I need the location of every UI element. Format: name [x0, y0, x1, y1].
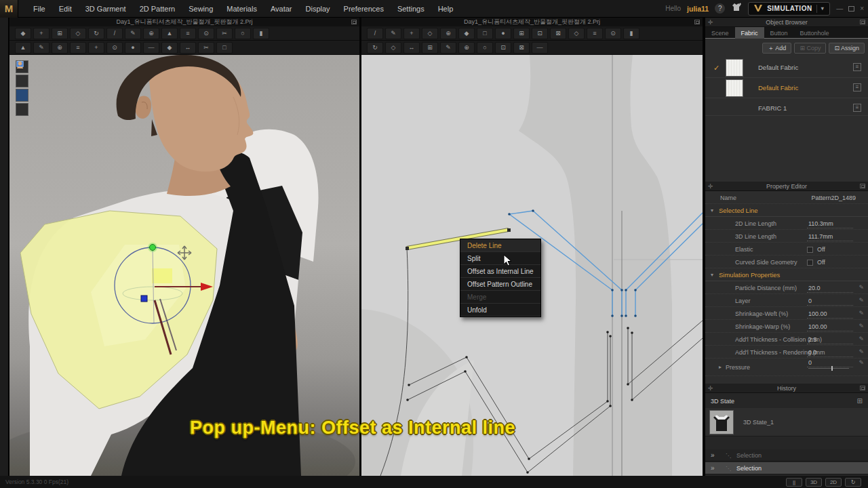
fabric-swatch[interactable] [726, 79, 743, 97]
tab-button[interactable]: Button [764, 27, 794, 39]
maximize-button[interactable] [848, 6, 854, 12]
tool-pleats-icon[interactable]: ↔ [180, 42, 196, 54]
menu-file[interactable]: File [26, 0, 52, 18]
panel-add-icon[interactable]: ✛ [708, 385, 713, 392]
edit-pencil-icon[interactable]: ✎ [859, 348, 864, 355]
menu-preferences[interactable]: Preferences [337, 0, 391, 18]
tool-internal-polygon-icon[interactable]: ⊞ [513, 28, 530, 39]
tool-button-place-icon[interactable]: ● [125, 42, 141, 54]
tool-rectangle-icon[interactable]: □ [477, 28, 493, 39]
menu-avatar[interactable]: Avatar [264, 0, 299, 18]
undock-icon[interactable] [860, 184, 865, 188]
tool-wrinkle-icon[interactable]: □ [216, 42, 233, 54]
menu-item-offset-pattern-outline[interactable]: Offset Pattern Outline [460, 278, 540, 291]
undock-icon[interactable] [860, 20, 865, 24]
section-simulation-properties[interactable]: ▾ Simulation Properties [705, 268, 868, 281]
tool-dart-icon[interactable]: ◇ [568, 28, 585, 39]
fabric-swatch[interactable] [726, 59, 743, 77]
edit-pencil-icon[interactable]: ✎ [859, 323, 864, 329]
menu-item-delete-line[interactable]: Delete Line [460, 239, 540, 252]
help-icon[interactable]: ? [715, 3, 725, 14]
tool-add-point-icon[interactable]: ⊕ [440, 28, 456, 39]
property-value[interactable]: 100.00 [807, 323, 853, 331]
simulation-button[interactable]: SIMULATION ▾ [748, 2, 830, 16]
edit-pencil-icon[interactable]: ✎ [859, 284, 864, 291]
undock-icon[interactable] [860, 386, 865, 390]
left-dock-strip[interactable] [0, 18, 9, 476]
tab-scene[interactable]: Scene [705, 27, 735, 39]
tool-circle-icon[interactable]: ● [495, 28, 511, 39]
edit-pencil-icon[interactable]: ✎ [859, 297, 864, 304]
property-value[interactable]: 0 [807, 359, 853, 367]
property-value[interactable]: 0 [807, 298, 853, 306]
property-value[interactable]: 100.00 [807, 310, 853, 319]
fabric-list-item[interactable]: FABRIC 1 ≡ [705, 101, 868, 116]
tool-internal-circle-icon[interactable]: ⊠ [550, 28, 566, 39]
menu-item-merge[interactable]: Merge [460, 291, 540, 304]
tool-steam-icon[interactable]: + [88, 42, 104, 54]
property-value[interactable]: 111.7mm [807, 233, 853, 241]
tool-simulate-icon[interactable]: ◆ [15, 28, 31, 39]
undock-icon[interactable] [694, 20, 700, 24]
edit-pencil-icon[interactable]: ✎ [859, 310, 864, 317]
checkbox[interactable] [807, 247, 813, 253]
toggle-avatar-icon[interactable] [16, 103, 28, 116]
close-button[interactable]: × [860, 5, 864, 12]
tool-trace-icon[interactable]: ≡ [587, 28, 603, 39]
tool-flatten-icon[interactable]: ≡ [70, 42, 86, 54]
tool-free-sewing-icon[interactable]: ↔ [403, 42, 420, 54]
tool-tack-icon[interactable]: ✂ [198, 42, 214, 54]
property-value[interactable]: 20.0 [807, 285, 853, 293]
tool-select-mesh-icon[interactable]: ⊞ [52, 28, 68, 39]
tool-rotate-icon[interactable]: ↻ [88, 28, 104, 39]
menu-item-unfold[interactable]: Unfold [460, 304, 540, 317]
property-value[interactable]: 0.0 [807, 349, 853, 357]
tab-buttonhole[interactable]: Buttonhole [794, 27, 835, 39]
tab-fabric[interactable]: Fabric [735, 27, 764, 39]
tool-show-sewing-icon[interactable]: ▮ [623, 28, 639, 39]
menu-item-offset-as-internal-line[interactable]: Offset as Internal Line [460, 265, 540, 278]
tool-edit-curvature-icon[interactable]: ◇ [422, 28, 438, 39]
tool-fold-icon[interactable]: ⊞ [422, 42, 438, 54]
view-2d-button[interactable]: 2D [825, 478, 842, 487]
toggle-pattern-blue-icon[interactable] [16, 89, 28, 102]
tool-edit-sewing-icon[interactable]: ↻ [367, 42, 383, 54]
tool-notch-icon[interactable]: ○ [477, 42, 493, 54]
tool-polygon-icon[interactable]: ◆ [458, 28, 475, 39]
menu-settings[interactable]: Settings [391, 0, 431, 18]
history-selection-row[interactable]: » ⋱ Selection [705, 449, 868, 462]
property-value[interactable]: 2.5 [807, 336, 853, 344]
expand-arrow-icon[interactable]: ▸ [719, 364, 722, 370]
menu-3d-garment[interactable]: 3D Garment [79, 0, 133, 18]
viewport-3d-canvas[interactable] [9, 55, 359, 476]
menu-2d-pattern[interactable]: 2D Pattern [133, 0, 182, 18]
tool-transform-pattern-icon[interactable]: ◇ [70, 28, 86, 39]
tool-print-layout-icon[interactable]: ⊠ [513, 42, 530, 54]
tool-edit-curve-icon[interactable]: + [403, 28, 420, 39]
pressure-slider[interactable] [808, 368, 849, 369]
undock-icon[interactable] [351, 20, 357, 24]
menu-edit[interactable]: Edit [52, 0, 79, 18]
simulation-dropdown-icon[interactable]: ▾ [816, 5, 825, 13]
view-3d-button[interactable]: 3D [806, 478, 822, 487]
tool-segment-sewing-icon[interactable]: ◇ [385, 42, 401, 54]
menu-materials[interactable]: Materials [220, 0, 264, 18]
fabric-list-item[interactable]: Default Fabric ≡ [705, 78, 868, 98]
gizmo-center-handle[interactable] [141, 296, 147, 302]
panel-add-icon[interactable]: ✛ [708, 183, 713, 190]
collapse-arrow-icon[interactable]: ▾ [711, 207, 713, 214]
tool-graphic-icon[interactable]: ⊕ [458, 42, 475, 54]
save-icon[interactable]: ≡ [853, 104, 861, 112]
tool-fabric-paint-icon[interactable]: ⊕ [52, 42, 68, 54]
tool-fold-arrangement-icon[interactable]: ▲ [161, 28, 178, 39]
tool-texture-2d-icon[interactable]: ✎ [440, 42, 456, 54]
save-icon[interactable]: ≡ [853, 83, 861, 92]
add-fabric-button[interactable]: ＋ Add [762, 43, 791, 54]
edit-pencil-icon[interactable]: ✎ [859, 336, 864, 342]
toggle-garment-thin-icon[interactable] [16, 75, 28, 87]
viewport-2d-canvas[interactable]: Delete LineSplitOffset as Internal LineO… [361, 55, 703, 476]
tool-pin-icon[interactable]: / [106, 28, 123, 39]
reset-view-button[interactable]: ↻ [845, 478, 861, 487]
property-value[interactable]: 110.3mm [807, 220, 853, 228]
history-state-item[interactable]: 3D State_1 [705, 408, 868, 436]
